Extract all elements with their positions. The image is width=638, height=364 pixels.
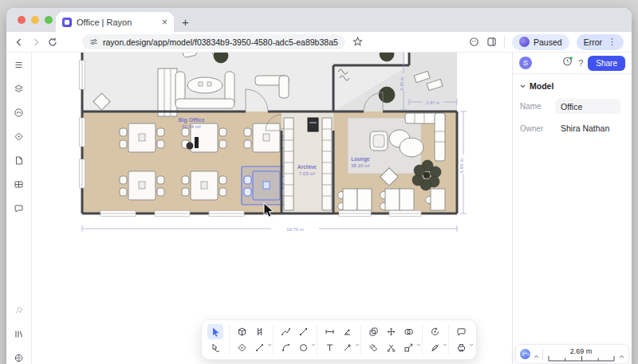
dimension-tool[interactable] [321, 324, 337, 339]
scale-footer: 2.69 m [515, 344, 629, 364]
menu-icon[interactable] [14, 59, 24, 73]
layers-icon[interactable] [14, 83, 24, 97]
group-chevron-icon[interactable] [355, 335, 360, 350]
arc-tool[interactable] [278, 340, 293, 355]
tool-group-modify [361, 324, 423, 355]
model-section-header[interactable]: Model [513, 74, 632, 94]
bookmark-star-icon[interactable] [352, 37, 363, 47]
angle-tool[interactable] [339, 324, 355, 339]
minimize-window-button[interactable] [31, 16, 39, 24]
scale-tool[interactable] [400, 340, 416, 355]
scale-value: 2.69 m [570, 347, 593, 355]
extension-badge-icon[interactable] [469, 37, 479, 47]
forward-icon[interactable] [31, 37, 41, 47]
tool-group-share [449, 324, 475, 355]
group-chevron-icon[interactable] [267, 335, 272, 350]
line-tool[interactable] [251, 340, 267, 355]
scale-ruler-icon [548, 355, 615, 362]
tool-group-transform [423, 324, 449, 355]
box-tool[interactable] [234, 324, 250, 339]
scissors-tool[interactable] [383, 340, 399, 355]
browser-window: Office | Rayon × + rayon.design/app/mode… [6, 8, 632, 364]
window-controls[interactable] [18, 16, 53, 24]
tool-group-annotate [317, 324, 361, 355]
left-sidebar [6, 53, 32, 364]
tool-bar [201, 319, 477, 360]
table-icon[interactable] [14, 178, 24, 193]
chevron-down-icon [520, 84, 526, 88]
user-avatar[interactable]: S [519, 57, 532, 69]
diamond-tool[interactable] [234, 340, 250, 355]
segment-tool[interactable] [295, 324, 311, 339]
right-panel: S ? Share Model Name Owner Shira Nathan [512, 53, 632, 364]
tool-group-select [203, 324, 230, 355]
pages-icon[interactable] [14, 155, 24, 169]
comments-icon[interactable] [14, 202, 24, 217]
site-info-icon[interactable] [89, 35, 98, 49]
comment-tool[interactable] [453, 324, 469, 339]
move-tool[interactable] [383, 324, 399, 339]
zoom-window-button[interactable] [45, 16, 53, 24]
name-label: Name [520, 102, 555, 111]
browser-tab[interactable]: Office | Rayon × [56, 12, 174, 32]
room-area-lounge: 38.15 m² [351, 163, 370, 168]
chevron-up-icon[interactable] [534, 347, 539, 362]
profile-paused-chip[interactable]: Paused [512, 34, 569, 50]
new-tab-button[interactable]: + [182, 16, 189, 28]
duplicate-tool[interactable] [365, 324, 381, 339]
lasso-tool[interactable] [207, 340, 223, 355]
browser-menu-icon[interactable]: ⋮ [608, 37, 616, 47]
drawing-canvas[interactable]: Big Office 60.34 m² Archive 7.03 m² Loun… [32, 53, 512, 364]
circle-tool[interactable] [295, 340, 311, 355]
history-clock-icon[interactable] [562, 56, 573, 70]
close-tab-icon[interactable]: × [162, 17, 167, 28]
room-area-big-office: 60.34 m² [182, 124, 201, 129]
owner-field-row: Owner Shira Nathan [520, 123, 624, 133]
rotate-tool[interactable] [427, 324, 443, 339]
rayon-favicon [62, 18, 72, 27]
snap-icon[interactable] [520, 349, 530, 359]
assets-icon[interactable] [14, 107, 24, 121]
model-name-input[interactable] [555, 99, 620, 114]
share-button[interactable]: Share [588, 56, 625, 71]
panel-header: S ? Share [513, 53, 632, 74]
group-chevron-icon[interactable] [469, 335, 474, 350]
room-label-archive[interactable]: Archive [297, 164, 317, 170]
dim-terrace-width: 2.87 m [427, 100, 440, 105]
pen-off-tool[interactable] [427, 340, 443, 355]
room-label-big-office[interactable]: Big Office [178, 117, 204, 123]
paused-label: Paused [534, 37, 562, 47]
wall-tool[interactable] [251, 324, 267, 339]
reload-icon[interactable] [48, 37, 57, 47]
back-icon[interactable] [14, 37, 24, 47]
url-bar[interactable]: rayon.design/app/model/f03834b9-3950-458… [82, 34, 345, 49]
group-chevron-icon[interactable] [311, 335, 316, 350]
chevron-up-icon[interactable] [619, 347, 624, 362]
owner-label: Owner [520, 124, 555, 133]
settings-icon[interactable] [14, 352, 24, 364]
side-panel-icon[interactable] [486, 37, 497, 47]
room-label-lounge[interactable]: Lounge [351, 156, 370, 162]
error-menu-chip[interactable]: Error ⋮ [577, 34, 624, 50]
help-button[interactable]: ? [578, 58, 583, 68]
floor-plan: Big Office 60.34 m² Archive 7.03 m² Loun… [54, 53, 502, 288]
tab-title: Office | Rayon [77, 18, 157, 27]
close-window-button[interactable] [18, 16, 26, 24]
arrow-tool[interactable] [339, 340, 355, 355]
tool-group-lines [274, 324, 317, 355]
tab-bar: Office | Rayon × + [6, 8, 632, 32]
pin-icon[interactable] [14, 304, 24, 319]
text-tool[interactable] [321, 340, 337, 355]
shapes-icon[interactable] [14, 131, 24, 145]
dim-width: 19.70 m [286, 227, 304, 232]
group-chevron-icon[interactable] [416, 335, 421, 350]
group-chevron-icon[interactable] [443, 335, 447, 350]
export-tool[interactable] [453, 340, 469, 355]
union-tool[interactable] [400, 324, 416, 339]
eraser-tool[interactable] [365, 340, 381, 355]
library-icon[interactable] [14, 328, 24, 342]
name-field-row: Name [520, 99, 624, 114]
polyline-tool[interactable] [278, 324, 293, 339]
scale-indicator[interactable]: 2.69 m [546, 347, 616, 362]
select-tool[interactable] [207, 324, 223, 339]
